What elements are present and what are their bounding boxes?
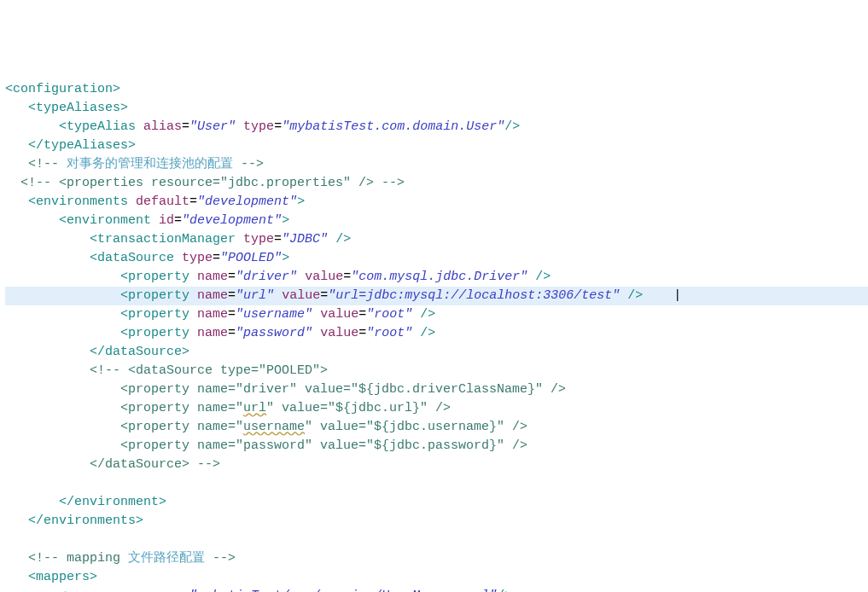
string: "url=jdbc:mysql://localhost:3306/test": [328, 288, 620, 303]
code-line: <typeAlias alias="User" type="mybatisTes…: [5, 119, 520, 134]
code-line: <property name="url" value="${jdbc.url}"…: [5, 401, 451, 415]
attr: name: [197, 326, 228, 340]
comment: </dataSource> -->: [82, 457, 220, 472]
code-line: <property name="driver" value="${jdbc.dr…: [5, 382, 566, 397]
attr: name: [197, 270, 228, 284]
attr: value: [320, 307, 358, 322]
string: "User": [189, 119, 236, 134]
comment: <property name="password" value="${jdbc.…: [113, 438, 527, 453]
comment: <property name=": [113, 401, 243, 415]
attr: alias: [143, 119, 182, 134]
string: "url": [236, 288, 274, 303]
code-line: <!-- mapping 文件路径配置 -->: [5, 551, 236, 566]
tag: <property: [120, 326, 189, 340]
tag: >: [282, 251, 289, 265]
attr: name: [197, 288, 228, 303]
string: "password": [236, 326, 312, 340]
comment: -->: [213, 551, 236, 566]
tag: <property: [120, 307, 189, 322]
tag: </environment>: [59, 495, 166, 509]
tag: <typeAliases>: [28, 101, 128, 115]
comment: " value="${jdbc.url}" />: [266, 401, 451, 415]
code-line: <mappers>: [5, 570, 97, 584]
comment: <!-- <properties resource="jdbc.properti…: [20, 176, 405, 190]
tag: <property: [120, 288, 189, 303]
comment-warn: username: [243, 420, 305, 434]
code-line: [5, 476, 13, 490]
string: "username": [236, 307, 312, 322]
code-line: </dataSource> -->: [5, 457, 220, 472]
string: "com.mysql.jdbc.Driver": [351, 270, 527, 284]
tag: />: [620, 288, 643, 303]
attr: default: [136, 194, 189, 209]
tag: </environments>: [28, 514, 143, 528]
tag: />: [412, 307, 435, 322]
code-line: <dataSource type="POOLED">: [5, 251, 289, 265]
attr: name: [197, 307, 228, 322]
code-line: [5, 532, 13, 547]
attr: value: [305, 270, 343, 284]
comment: -->: [241, 157, 264, 171]
code-line: <property name="password" value="${jdbc.…: [5, 438, 527, 453]
tag: <mapper: [59, 589, 113, 592]
tag: >: [282, 213, 289, 228]
comment-cjk: 文件路径配置: [128, 551, 213, 566]
caret-icon: |: [673, 288, 681, 303]
tag: <transactionManager: [90, 232, 236, 247]
string: "JDBC": [282, 232, 328, 247]
string: "root": [366, 326, 412, 340]
comment: <!-- <dataSource type="POOLED">: [90, 363, 328, 378]
tag: />: [497, 589, 512, 592]
string: "development": [197, 194, 297, 209]
comment: " value="${jdbc.username}" />: [305, 420, 527, 434]
code-line: <typeAliases>: [5, 101, 128, 115]
tag: <property: [120, 270, 189, 284]
tag: <environments: [28, 194, 128, 209]
code-line: <configuration>: [5, 82, 120, 96]
tag: <configuration>: [5, 82, 120, 96]
xml-code-block: <configuration> <typeAliases> <typeAlias…: [0, 75, 868, 592]
comment: <!-- mapping: [28, 551, 128, 566]
tag: />: [527, 270, 551, 284]
tag: />: [504, 119, 520, 134]
tag: </dataSource>: [90, 345, 189, 359]
code-line: <!-- <dataSource type="POOLED">: [5, 363, 328, 378]
code-line: <mapper resource="mybatisTest/com/mappin…: [5, 589, 512, 592]
attr: value: [320, 326, 358, 340]
tag: <environment: [59, 213, 151, 228]
attr: type: [243, 232, 274, 247]
code-line: <property name="username" value="root" /…: [5, 307, 435, 322]
code-line: <property name="driver" value="com.mysql…: [5, 270, 551, 284]
string: "driver": [236, 270, 297, 284]
string: "mybatisTest/com/mapping/UserMapper.xml": [189, 589, 497, 592]
code-line: </environments>: [5, 514, 143, 528]
highlighted-line: <property name="url" value="url=jdbc:mys…: [5, 287, 868, 305]
tag: </typeAliases>: [28, 138, 136, 153]
code-line: </typeAliases>: [5, 138, 136, 153]
code-line: </environment>: [5, 495, 166, 509]
attr: type: [243, 119, 274, 134]
tag: <mappers>: [28, 570, 97, 584]
comment: <!--: [28, 157, 59, 171]
comment: <property name=": [113, 420, 243, 434]
string: "POOLED": [220, 251, 282, 265]
tag: />: [412, 326, 435, 340]
attr: type: [182, 251, 213, 265]
string: "development": [182, 213, 282, 228]
attr: resource: [120, 589, 182, 592]
attr: value: [282, 288, 320, 303]
comment-warn: url: [243, 401, 266, 415]
tag: >: [297, 194, 305, 209]
tag: <typeAlias: [59, 119, 136, 134]
tag: <dataSource: [90, 251, 174, 265]
string: "mybatisTest.com.domain.User": [282, 119, 504, 134]
code-line: <!-- 对事务的管理和连接池的配置 -->: [5, 157, 264, 171]
attr: id: [159, 213, 174, 228]
code-line: <!-- <properties resource="jdbc.properti…: [5, 176, 405, 190]
comment: <property name="driver" value="${jdbc.dr…: [113, 382, 566, 397]
code-line: <environments default="development">: [5, 194, 305, 209]
string: "root": [366, 307, 412, 322]
tag: />: [328, 232, 351, 247]
comment-cjk: 对事务的管理和连接池的配置: [59, 157, 241, 171]
code-line: <property name="username" value="${jdbc.…: [5, 420, 527, 434]
